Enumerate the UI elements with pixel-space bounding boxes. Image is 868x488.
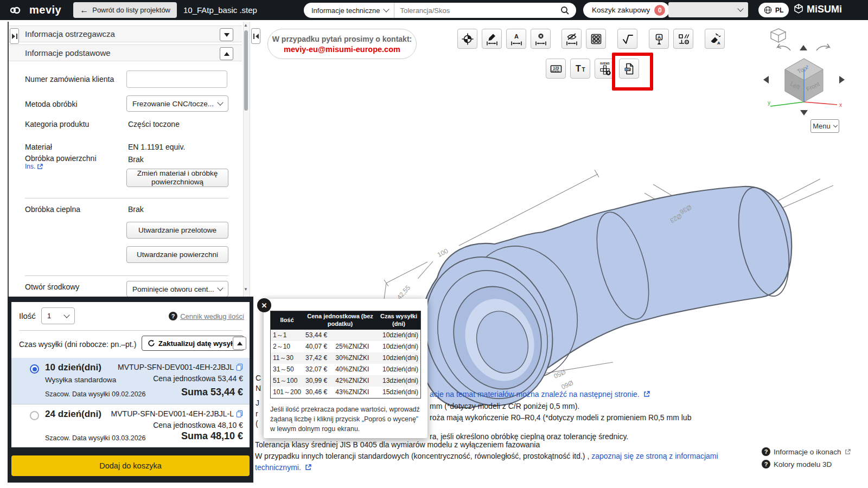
top-bar: meviy ← Powrót do listy projektów 10_FAt… — [0, 0, 868, 20]
datum-symbol-button[interactable]: A — [649, 29, 669, 49]
center-hole-select[interactable]: Pominięcie otworu cent... — [126, 281, 228, 297]
surface-roughness-button[interactable] — [617, 29, 637, 49]
order-number-input[interactable] — [126, 70, 227, 88]
rotate-right-icon[interactable] — [816, 44, 829, 50]
view-cube-widget[interactable]: Top Left Front y x z — [757, 24, 852, 117]
question-icon: ? — [762, 447, 770, 456]
model-viewport[interactable]: 100 42,55 Ø36 Ø23 Ø50 Ø60 — [358, 157, 846, 418]
scrollbar-thumb[interactable] — [244, 30, 248, 111]
svg-text:x: x — [839, 102, 842, 108]
dxf-download-button[interactable]: DXF — [619, 59, 639, 79]
edit-dimension-button[interactable] — [482, 29, 502, 49]
header-dropdown[interactable] — [668, 2, 748, 17]
text-dimension-icon: A — [510, 33, 523, 46]
option-subtitle: Wysyłka standardowa — [45, 376, 116, 384]
surface-hardening-button[interactable]: Utwardzanie powierzchni — [126, 246, 228, 263]
search-category-select[interactable]: Informacje techniczne — [304, 3, 394, 18]
accordion-basic-info[interactable]: Informacje podstawowe — [9, 44, 242, 61]
nudge-up-icon[interactable] — [800, 45, 807, 50]
material-value: EN 1.1191 equiv. — [128, 143, 185, 151]
col-shipping: Czas wysyłki (dni) — [377, 311, 421, 330]
update-ship-date-button[interactable]: Zaktualizuj datę wysyłki — [142, 336, 244, 351]
ship-date: Szacow. Data wysyłki 09.02.2026 — [45, 390, 146, 398]
svg-text:T: T — [576, 64, 581, 73]
hole-table-button[interactable] — [586, 29, 606, 49]
delete-dimension-button[interactable] — [531, 29, 551, 49]
panel-collapse-icon[interactable] — [233, 337, 246, 350]
unit-price: Cena jednostkowa 53,44 € — [153, 374, 243, 383]
svg-text:DXF: DXF — [625, 68, 630, 70]
misumi-cube-icon — [793, 3, 804, 15]
total-price: Suma 48,10 € — [181, 431, 243, 442]
erase-annotation-button[interactable]: A — [705, 29, 725, 49]
part-3d-model[interactable] — [406, 183, 798, 418]
expand-icon[interactable] — [220, 28, 233, 41]
svg-text:y: y — [768, 100, 770, 106]
icons-info-link[interactable]: ? Informacje o ikonach — [762, 447, 851, 456]
external-link-icon — [643, 391, 650, 397]
sidebar-right-border — [250, 22, 250, 297]
popup-note: Jeśli ilość przekracza podane wartości, … — [270, 404, 423, 434]
nudge-right-icon[interactable] — [839, 76, 845, 84]
datum-target-button[interactable] — [457, 29, 477, 49]
six-views-download-button[interactable]: 6VIEWS — [595, 59, 615, 79]
collapse-icon[interactable] — [220, 47, 233, 60]
shipping-option-standard[interactable]: 10 dzień(dni) Wysyłka standardowa MVTUP-… — [11, 358, 250, 404]
info-fragment: C — [256, 374, 261, 382]
question-icon: ? — [169, 312, 177, 320]
materials-info-link[interactable]: acje na temat materiałów można znaleźć n… — [430, 390, 650, 399]
model-colors-link[interactable]: ? Kolory modelu 3D — [762, 460, 851, 468]
copy-icon[interactable] — [236, 363, 243, 371]
svg-text:A: A — [657, 34, 661, 40]
cart-button[interactable]: Koszyk zakupowy 0 — [583, 2, 669, 18]
add-to-cart-button[interactable]: Dodaj do koszyka — [11, 455, 250, 476]
change-material-button[interactable]: Zmień materiał i obróbkę powierzchniową — [126, 169, 228, 187]
contact-email[interactable]: meviy-eu@misumi-europe.com — [284, 45, 400, 54]
file-name: 10_FAtp_basic .step — [183, 5, 257, 15]
popup-close-button[interactable]: ✕ — [257, 298, 271, 312]
nudge-down-icon[interactable] — [800, 110, 808, 115]
measure-button[interactable]: 123 — [546, 59, 566, 79]
hide-dimension-button[interactable] — [561, 29, 582, 49]
qty-label: Ilość — [19, 311, 36, 320]
text-dimension-button[interactable]: A — [506, 29, 526, 49]
erase-annotation-icon: A — [709, 33, 722, 46]
edit-dimension-icon — [486, 33, 499, 46]
hide-dimension-icon — [565, 33, 578, 46]
back-to-projects-button[interactable]: ← Powrót do listy projektów — [73, 2, 177, 18]
technical-info-link[interactable]: zapoznaj się ze stroną z informacjami — [591, 452, 718, 460]
shipping-option-economy[interactable]: 24 dzień(dni) MVTUP-SFN-DEV001-4EH-2JBJL… — [11, 404, 250, 447]
cube-outline-icon[interactable] — [771, 29, 786, 42]
radio-selected-icon[interactable] — [30, 364, 39, 374]
through-hardening-button[interactable]: Utwardzanie przelotowe — [126, 222, 228, 239]
viewer-menu-button[interactable]: Menu — [810, 119, 839, 133]
price-list-link[interactable]: ? Cennik według ilości — [169, 312, 244, 320]
qty-select[interactable]: 1 — [41, 307, 75, 324]
surface-value: Brak — [128, 155, 144, 164]
meviy-logo[interactable]: meviy — [10, 4, 61, 16]
search-icon[interactable] — [560, 6, 570, 15]
nudge-left-icon[interactable] — [763, 76, 769, 84]
scroll-down-icon[interactable]: ▼ — [244, 287, 248, 292]
ins-link[interactable]: Ins. — [25, 163, 43, 170]
cart-count-badge: 0 — [654, 5, 665, 16]
panel-collapse-handle[interactable] — [251, 28, 260, 44]
radio-unselected-icon[interactable] — [30, 411, 39, 420]
method-select[interactable]: Frezowanie CNC/tocze... — [126, 95, 228, 112]
sidebar-collapse-handle[interactable] — [10, 28, 19, 44]
accordion-warning-info[interactable]: Informacja ostrzegawcza — [9, 25, 242, 42]
logo-text: meviy — [29, 4, 61, 16]
scroll-up-icon[interactable]: ▲ — [244, 23, 248, 28]
hole-table-icon — [590, 33, 603, 46]
geometric-tolerance-button[interactable] — [673, 29, 693, 49]
technical-info-link-2[interactable]: technicznymi. — [255, 463, 311, 472]
rotate-left-icon[interactable] — [777, 44, 790, 50]
text-size-button[interactable]: T T — [570, 59, 590, 79]
help-links: ? Informacje o ikonach ? Kolory modelu 3… — [762, 447, 851, 472]
misumi-logo: MiSUMi — [793, 3, 842, 15]
search-bar: Informacje techniczne — [304, 3, 576, 18]
copy-icon[interactable] — [236, 410, 243, 418]
info-line: ra, jeśli określono obróbkę cieplną oraz… — [430, 432, 628, 441]
search-input[interactable] — [394, 7, 560, 15]
language-button[interactable]: PL — [758, 3, 789, 17]
